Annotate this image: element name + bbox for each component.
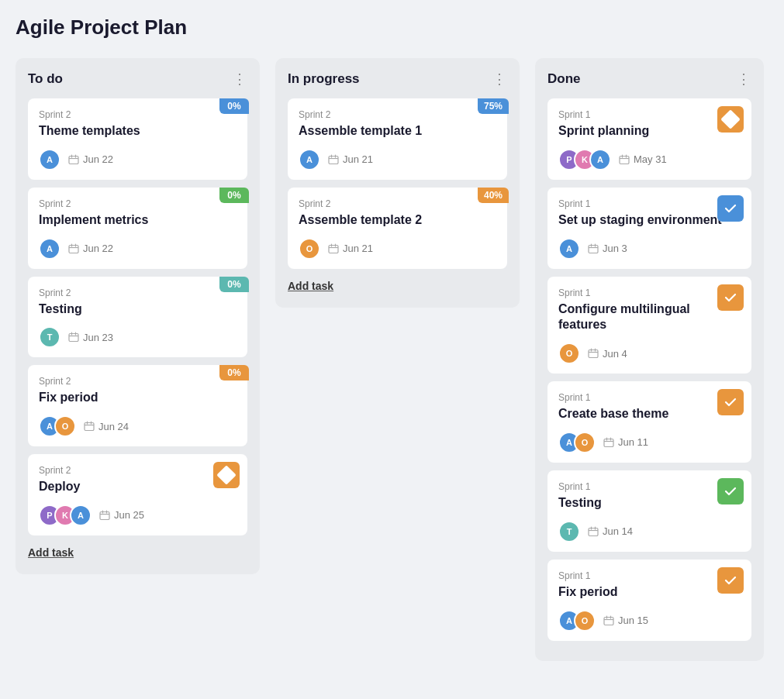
check-status-icon: [717, 284, 744, 311]
card-footer: A Jun 22: [39, 149, 237, 170]
task-card[interactable]: Sprint 1TestingT Jun 14: [547, 470, 751, 552]
task-card[interactable]: Sprint 1Set up staging environmentA Jun …: [547, 188, 751, 269]
card-footer: O Jun 4: [558, 343, 741, 364]
card-title: Implement metrics: [39, 212, 237, 229]
card-sprint-label: Sprint 2: [299, 109, 496, 120]
column-title: Done: [547, 71, 581, 87]
check-status-icon: [717, 478, 744, 504]
card-date: Jun 25: [99, 509, 144, 521]
svg-rect-24: [329, 245, 338, 253]
column-inprogress: In progress⋮75%Sprint 2Assemble template…: [275, 58, 520, 308]
diamond-status-icon: [717, 106, 744, 133]
svg-rect-32: [589, 245, 598, 253]
card-sprint-label: Sprint 1: [558, 109, 741, 120]
add-task-button[interactable]: Add task: [288, 277, 333, 295]
column-menu-button[interactable]: ⋮: [737, 71, 751, 88]
avatar: T: [558, 521, 580, 542]
card-footer: AO Jun 15: [558, 610, 741, 632]
avatar: A: [39, 238, 60, 260]
task-card[interactable]: Sprint 2DeployPKA Jun 25: [28, 454, 247, 535]
add-task-button[interactable]: Add task: [28, 543, 74, 562]
avatar-group: PKA: [558, 149, 611, 170]
column-menu-button[interactable]: ⋮: [492, 71, 507, 88]
task-card[interactable]: 0%Sprint 2Fix periodAO Jun 24: [28, 365, 247, 446]
card-sprint-label: Sprint 1: [558, 392, 741, 403]
card-date: Jun 15: [603, 615, 648, 626]
avatar-group: AO: [39, 415, 76, 437]
svg-rect-4: [69, 245, 78, 253]
column-title: In progress: [288, 71, 360, 87]
card-date: Jun 21: [328, 243, 373, 254]
progress-badge: 75%: [478, 98, 509, 114]
check-status-icon: [717, 195, 744, 222]
avatar: T: [39, 326, 60, 348]
avatar-group: PKA: [39, 504, 92, 526]
card-title: Theme templates: [39, 123, 237, 139]
progress-badge: 0%: [219, 188, 249, 203]
card-sprint-label: Sprint 1: [558, 198, 741, 209]
card-title: Configure multilingual features: [558, 301, 741, 334]
card-footer: A Jun 21: [299, 149, 496, 170]
avatar-group: T: [39, 326, 60, 348]
svg-rect-44: [589, 528, 598, 535]
avatar: A: [299, 149, 320, 170]
task-card[interactable]: 75%Sprint 2Assemble template 1A Jun 21: [288, 98, 507, 180]
avatar: O: [558, 343, 580, 364]
diamond-status-icon: [213, 462, 240, 488]
card-footer: A Jun 22: [39, 238, 237, 260]
progress-badge: 0%: [219, 277, 249, 292]
progress-badge: 0%: [219, 98, 249, 114]
card-sprint-label: Sprint 2: [299, 198, 496, 209]
card-date: Jun 11: [603, 436, 648, 448]
task-card[interactable]: 0%Sprint 2Implement metricsA Jun 22: [28, 188, 247, 269]
task-card[interactable]: 40%Sprint 2Assemble template 2O Jun 21: [288, 188, 507, 269]
avatar: A: [589, 149, 611, 170]
card-footer: PKA May 31: [558, 149, 741, 170]
task-card[interactable]: Sprint 1Fix periodAO Jun 15: [547, 560, 751, 641]
card-date: Jun 14: [588, 525, 633, 537]
svg-rect-28: [620, 156, 629, 164]
card-date: Jun 24: [84, 421, 129, 432]
card-footer: T Jun 23: [39, 326, 237, 348]
card-title: Create base theme: [558, 406, 741, 422]
progress-badge: 0%: [219, 365, 249, 380]
card-sprint-label: Sprint 1: [558, 288, 741, 298]
avatar-group: T: [558, 521, 580, 542]
avatar: A: [39, 149, 60, 170]
task-card[interactable]: 0%Sprint 2TestingT Jun 23: [28, 277, 247, 358]
svg-rect-12: [85, 423, 94, 431]
card-title: Fix period: [558, 584, 741, 601]
column-menu-button[interactable]: ⋮: [233, 71, 247, 88]
avatar: O: [574, 610, 596, 632]
card-date: Jun 4: [588, 348, 627, 360]
card-date: Jun 23: [68, 332, 113, 343]
avatar: O: [574, 432, 596, 453]
avatar-group: A: [299, 149, 320, 170]
column-todo: To do⋮0%Sprint 2Theme templatesA Jun 220…: [16, 58, 260, 574]
card-title: Testing: [39, 301, 237, 318]
column-done: Done⋮Sprint 1Sprint planningPKA May 31 S…: [535, 58, 764, 661]
card-footer: A Jun 3: [558, 238, 741, 260]
check-status-icon: [717, 567, 744, 594]
card-sprint-label: Sprint 2: [39, 198, 237, 209]
avatar-group: A: [39, 149, 60, 170]
task-card[interactable]: Sprint 1Create base themeAO Jun 11: [547, 381, 751, 463]
card-title: Set up staging environment: [558, 212, 741, 229]
card-date: Jun 22: [68, 243, 113, 254]
avatar-group: O: [558, 343, 580, 364]
avatar-group: O: [299, 238, 320, 260]
card-date: May 31: [619, 153, 667, 165]
card-date: Jun 22: [68, 153, 113, 165]
task-card[interactable]: Sprint 1Sprint planningPKA May 31: [547, 98, 751, 180]
task-card[interactable]: 0%Sprint 2Theme templatesA Jun 22: [28, 98, 247, 180]
svg-rect-8: [69, 334, 78, 342]
progress-badge: 40%: [478, 188, 509, 203]
kanban-board: To do⋮0%Sprint 2Theme templatesA Jun 220…: [16, 58, 768, 661]
card-footer: O Jun 21: [299, 238, 496, 260]
avatar-group: A: [39, 238, 60, 260]
svg-rect-20: [329, 156, 338, 164]
card-title: Fix period: [39, 390, 237, 406]
avatar-group: A: [558, 238, 580, 260]
column-title: To do: [28, 71, 63, 87]
task-card[interactable]: Sprint 1Configure multilingual featuresO…: [547, 277, 751, 374]
